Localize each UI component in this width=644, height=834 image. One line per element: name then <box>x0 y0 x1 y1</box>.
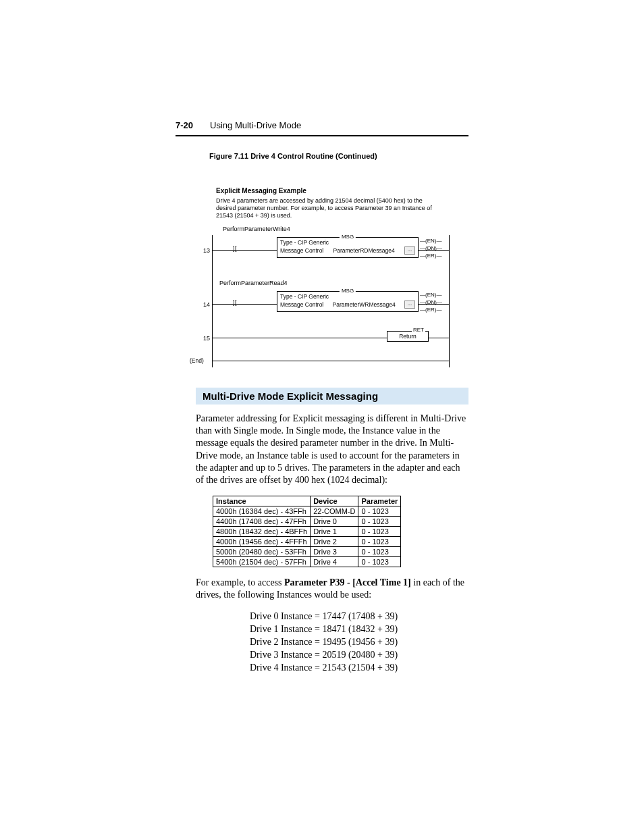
msg-ctrl-tag: ParameterWRMessage4 <box>333 301 396 308</box>
msg-config-button[interactable]: ... <box>404 301 415 309</box>
msg-ctrl-label: Message Control <box>280 301 323 308</box>
page-header-title: Using Multi-Drive Mode <box>210 120 301 130</box>
page: 7-20 Using Multi-Drive Mode Figure 7.11 … <box>0 0 644 834</box>
ret-text: Return <box>399 333 417 340</box>
msg-line2: Message Control ParameterWRMessage4 ... <box>280 301 415 309</box>
instance-list: Drive 0 Instance = 17447 (17408 + 39) Dr… <box>250 610 468 674</box>
pin-er: —(ER)— <box>420 252 442 259</box>
table-row: 4800h (18432 dec) - 4BFFh Drive 1 0 - 10… <box>213 527 401 537</box>
example-desc: Drive 4 parameters are accessed by addin… <box>216 197 432 219</box>
instance-table: Instance Device Parameter 4000h (16384 d… <box>213 496 401 567</box>
return-instruction: RET Return <box>387 331 429 342</box>
header-rule <box>176 135 468 136</box>
rung-15: 15 RET Return <box>213 327 449 354</box>
ret-label: RET <box>412 327 425 334</box>
rung14-tag: PerformParameterRead4 <box>219 280 449 287</box>
rung-number: 14 <box>196 301 210 309</box>
rung-number: 15 <box>196 335 210 342</box>
xic-contact: ] [ <box>233 245 236 253</box>
rung-wire <box>213 361 449 361</box>
section-heading: Multi-Drive Mode Explicit Messaging <box>196 388 468 405</box>
instance-line: Drive 3 Instance = 20519 (20480 + 39) <box>250 649 468 662</box>
msg-line2: Message Control ParameterRDMessage4 ... <box>280 246 415 255</box>
msg-label: MSG <box>340 234 356 240</box>
ladder-diagram: Explicit Messaging Example Drive 4 param… <box>196 187 452 367</box>
msg-instruction: MSG Type - CIP Generic Message Control P… <box>277 291 419 312</box>
pin-en: —(EN)— <box>420 237 442 244</box>
instance-line: Drive 4 Instance = 21543 (21504 + 39) <box>250 662 468 675</box>
msg-block-wrap: MSG Type - CIP Generic Message Control P… <box>277 237 442 259</box>
msg-instruction: MSG Type - CIP Generic Message Control P… <box>277 237 419 258</box>
pin-en: —(EN)— <box>420 291 442 298</box>
example-title: Explicit Messaging Example <box>216 187 452 195</box>
table-row: 4000h (16384 dec) - 43FFh 22-COMM-D 0 - … <box>213 506 401 517</box>
table-row: 5000h (20480 dec) - 53FFh Drive 3 0 - 10… <box>213 547 401 557</box>
table-row: 4000h (19456 dec) - 4FFFh Drive 2 0 - 10… <box>213 537 401 547</box>
col-instance: Instance <box>213 496 311 506</box>
rung-number: 13 <box>196 247 210 255</box>
example-intro-pre: For example, to access <box>196 577 284 588</box>
rung-14: 14 ] [ MSG Type - CIP Generic Message Co… <box>213 289 449 327</box>
msg-config-button[interactable]: ... <box>404 246 415 255</box>
example-intro-bold: Parameter P39 - [Accel Time 1] <box>284 577 411 588</box>
instance-line: Drive 2 Instance = 19495 (19456 + 39) <box>250 636 468 649</box>
table-row: 4400h (17408 dec) - 47FFh Drive 0 0 - 10… <box>213 517 401 527</box>
msg-pins: —(EN)— —(DN)— —(ER)— <box>420 291 442 313</box>
pin-dn: —(DN)— <box>420 298 442 306</box>
xic-contact: ] [ <box>233 299 236 307</box>
instance-line: Drive 0 Instance = 17447 (17408 + 39) <box>250 610 468 623</box>
rung-end: (End) <box>213 354 449 367</box>
msg-label: MSG <box>340 288 356 294</box>
instance-line: Drive 1 Instance = 18471 (18432 + 39) <box>250 623 468 636</box>
ladder-rails: 13 ] [ MSG Type - CIP Generic Message Co… <box>212 235 450 367</box>
rung13-tag: PerformParameterWrite4 <box>223 226 452 233</box>
page-number: 7-20 <box>176 120 193 130</box>
example-intro: For example, to access Parameter P39 - [… <box>196 577 468 601</box>
col-device: Device <box>311 496 358 506</box>
figure-caption: Figure 7.11 Drive 4 Control Routine (Con… <box>209 152 468 160</box>
pin-dn: —(DN)— <box>420 244 442 252</box>
section-paragraph: Parameter addressing for Explicit messag… <box>196 413 468 486</box>
col-parameter: Parameter <box>358 496 401 506</box>
msg-block-wrap: MSG Type - CIP Generic Message Control P… <box>277 291 442 313</box>
msg-ctrl-tag: ParameterRDMessage4 <box>333 247 395 254</box>
content: Figure 7.11 Drive 4 Control Routine (Con… <box>196 149 468 675</box>
rung-13: 13 ] [ MSG Type - CIP Generic Message Co… <box>213 235 449 273</box>
table-row: 5400h (21504 dec) - 57FFh Drive 4 0 - 10… <box>213 557 401 567</box>
page-header: 7-20 Using Multi-Drive Mode <box>176 120 468 130</box>
msg-pins: —(EN)— —(DN)— —(ER)— <box>420 237 442 259</box>
msg-ctrl-label: Message Control <box>280 247 323 254</box>
pin-er: —(ER)— <box>420 306 442 313</box>
end-label: (End) <box>190 357 204 364</box>
table-header-row: Instance Device Parameter <box>213 496 401 506</box>
